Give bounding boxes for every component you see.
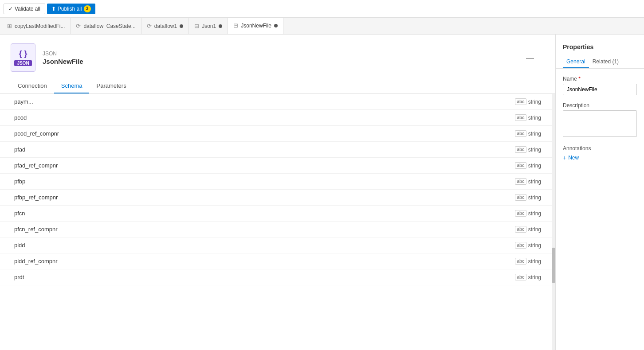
table-icon: ⊟ bbox=[233, 22, 238, 29]
field-name: pldd_ref_compnr bbox=[14, 258, 511, 264]
properties-title: Properties bbox=[556, 35, 644, 56]
type-icon: abc bbox=[515, 130, 526, 137]
tab-bar: ⊞ copyLastModifiedFi... ⟳ dataflow_CaseS… bbox=[0, 18, 644, 35]
schema-row-pfbp: pfbp abc string bbox=[0, 174, 555, 190]
schema-row-prdt: prdt abc string bbox=[0, 269, 555, 285]
schema-row-pldd: pldd abc string bbox=[0, 237, 555, 253]
new-annotation-button[interactable]: + New bbox=[563, 154, 579, 161]
tab-copyLastModifiedFi[interactable]: ⊞ copyLastModifiedFi... bbox=[2, 18, 71, 35]
validate-all-button[interactable]: ✓ Validate all bbox=[4, 4, 45, 14]
file-info: JSON JsonNewFile bbox=[43, 51, 83, 65]
field-name: pldd bbox=[14, 242, 511, 249]
type-label: string bbox=[528, 258, 541, 264]
annotations-group: Annotations + New bbox=[563, 145, 637, 161]
publish-all-button[interactable]: ⬆ Publish all 3 bbox=[47, 4, 95, 14]
scrollbar-thumb[interactable] bbox=[552, 248, 555, 283]
field-name: pcod_ref_compnr bbox=[14, 130, 511, 137]
type-icon: abc bbox=[515, 210, 526, 217]
type-icon: abc bbox=[515, 162, 526, 169]
schema-row-pldd-ref-compnr: pldd_ref_compnr abc string bbox=[0, 253, 555, 269]
collapse-button[interactable]: — bbox=[522, 53, 538, 62]
file-header: { } JSON JSON JsonNewFile — bbox=[0, 35, 555, 79]
unsaved-indicator bbox=[274, 24, 278, 27]
tab-jsonnewfile[interactable]: ⊟ JsonNewFile bbox=[228, 18, 283, 35]
type-label: string bbox=[528, 115, 541, 121]
props-tab-general[interactable]: General bbox=[563, 56, 589, 68]
validate-icon: ✓ bbox=[8, 6, 13, 12]
field-name: prdt bbox=[14, 274, 511, 280]
content-area: { } JSON JSON JsonNewFile — Connection S… bbox=[0, 35, 555, 350]
field-name: pfad_ref_compnr bbox=[14, 162, 511, 169]
tab-parameters[interactable]: Parameters bbox=[89, 79, 133, 93]
connection-tab-label: Connection bbox=[18, 82, 47, 89]
type-icon: abc bbox=[515, 114, 526, 121]
name-field-label: Name * bbox=[563, 76, 637, 82]
tab-label: dataflow_CaseState... bbox=[83, 23, 135, 29]
general-tab-label: General bbox=[566, 58, 585, 65]
schema-row-pfad-ref-compnr: pfad_ref_compnr abc string bbox=[0, 158, 555, 174]
properties-tabs: General Related (1) bbox=[556, 56, 644, 69]
type-icon: abc bbox=[515, 178, 526, 185]
properties-content: Name * Description Annotations + New bbox=[556, 69, 644, 168]
type-label: string bbox=[528, 274, 541, 280]
new-annotation-label: New bbox=[568, 155, 579, 161]
main-layout: { } JSON JSON JsonNewFile — Connection S… bbox=[0, 35, 644, 350]
json-file-icon: { } JSON bbox=[11, 43, 35, 72]
unsaved-indicator bbox=[219, 24, 222, 28]
name-input[interactable] bbox=[563, 84, 637, 95]
type-label: string bbox=[528, 226, 541, 233]
braces-icon: { } bbox=[19, 49, 27, 58]
schema-row-pfcn: pfcn abc string bbox=[0, 206, 555, 222]
field-name: pfbp_ref_compnr bbox=[14, 194, 511, 201]
related-tab-label: Related (1) bbox=[593, 58, 619, 65]
tab-label: Json1 bbox=[202, 23, 216, 29]
tab-json1[interactable]: ⊟ Json1 bbox=[189, 18, 228, 35]
schema-table: paym... abc string pcod abc string pcod_… bbox=[0, 94, 555, 350]
type-label: string bbox=[528, 99, 541, 105]
field-type: abc string bbox=[515, 210, 541, 217]
type-icon: abc bbox=[515, 226, 526, 233]
description-field-group: Description bbox=[563, 102, 637, 138]
description-textarea[interactable] bbox=[563, 110, 637, 137]
schema-row-pfad: pfad abc string bbox=[0, 142, 555, 158]
parameters-tab-label: Parameters bbox=[96, 82, 126, 89]
props-tab-related[interactable]: Related (1) bbox=[589, 56, 622, 68]
publish-count-badge: 3 bbox=[84, 5, 91, 12]
schema-row-pfcn-ref-compnr: pfcn_ref_compnr abc string bbox=[0, 222, 555, 237]
field-type: abc string bbox=[515, 194, 541, 201]
tab-dataflow-casestate[interactable]: ⟳ dataflow_CaseState... bbox=[71, 18, 141, 35]
field-type: abc string bbox=[515, 226, 541, 233]
collapse-area: — bbox=[515, 53, 545, 62]
name-field-group: Name * bbox=[563, 76, 637, 95]
schema-row-pcod: pcod abc string bbox=[0, 110, 555, 126]
dataflow-icon: ⟳ bbox=[147, 23, 152, 29]
schema-row-paym: paym... abc string bbox=[0, 94, 555, 110]
field-name: pfbp bbox=[14, 178, 511, 185]
field-name: paym... bbox=[14, 98, 511, 105]
field-name: pfcn bbox=[14, 210, 511, 217]
tab-dataflow1[interactable]: ⟳ dataflow1 bbox=[141, 18, 189, 35]
type-icon: abc bbox=[515, 258, 526, 264]
file-name-label: JsonNewFile bbox=[43, 58, 83, 65]
vertical-scrollbar[interactable] bbox=[552, 94, 555, 350]
field-type: abc string bbox=[515, 130, 541, 137]
field-type: abc string bbox=[515, 146, 541, 153]
properties-panel: Properties General Related (1) Name * De… bbox=[555, 35, 644, 350]
field-type: abc string bbox=[515, 178, 541, 185]
tab-schema[interactable]: Schema bbox=[54, 79, 90, 93]
publish-icon: ⬆ bbox=[51, 6, 56, 12]
unsaved-indicator bbox=[180, 24, 183, 28]
description-field-label: Description bbox=[563, 102, 637, 109]
field-name: pfad bbox=[14, 146, 511, 153]
tab-label: copyLastModifiedFi... bbox=[15, 23, 65, 29]
schema-row-pfbp-ref-compnr: pfbp_ref_compnr abc string bbox=[0, 190, 555, 206]
grid-icon: ⊞ bbox=[7, 23, 12, 29]
field-type: abc string bbox=[515, 98, 541, 105]
field-name: pcod bbox=[14, 114, 511, 121]
plus-icon: + bbox=[563, 154, 566, 161]
dataflow-icon: ⟳ bbox=[76, 23, 81, 29]
annotations-label: Annotations bbox=[563, 145, 637, 152]
json-type-label: JSON bbox=[14, 60, 31, 66]
type-label: string bbox=[528, 131, 541, 137]
tab-connection[interactable]: Connection bbox=[11, 79, 54, 93]
